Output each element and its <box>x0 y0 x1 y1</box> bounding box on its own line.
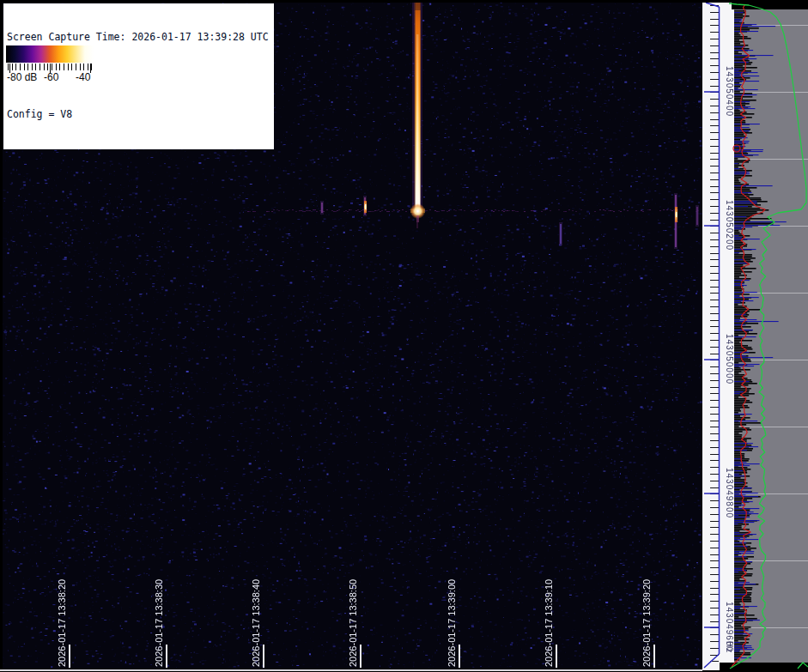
time-axis-label: 2026-01-17 13:39:20 <box>641 560 653 667</box>
time-axis-tick <box>459 645 460 668</box>
freq-axis-label: 143050000 <box>721 325 734 394</box>
time-axis-tick <box>653 645 655 668</box>
time-axis-label: 2026-01-17 13:38:30 <box>154 560 166 667</box>
time-axis-label: 2026-01-17 13:38:50 <box>348 560 360 667</box>
freq-axis-label: 143049800 <box>721 459 734 528</box>
frequency-axis-and-spectrum-display <box>702 3 808 670</box>
colorbar-labels: -80 dB -60 -40 <box>6 70 94 85</box>
time-axis-tick <box>360 645 361 668</box>
time-axis-label: 2026-01-17 13:39:10 <box>544 560 556 667</box>
bottom-border-line <box>0 669 702 671</box>
colorbar-gradient <box>6 45 94 63</box>
time-axis-label: 2026-01-17 13:39:00 <box>447 560 459 667</box>
colorbar: -80 dB -60 -40 <box>6 45 94 88</box>
time-axis-label: 2026-01-17 13:38:40 <box>251 560 263 667</box>
freq-axis-unit: Hz <box>721 641 734 662</box>
colorbar-label-min: -80 dB <box>7 71 37 83</box>
time-axis-tick <box>556 645 557 668</box>
freq-axis-label: 143050400 <box>721 58 734 126</box>
time-axis-tick <box>166 645 167 668</box>
time-axis-label: 2026-01-17 13:38:20 <box>57 560 69 667</box>
app-root: Screen Capture Time: 2026-01-17 13:39:28… <box>0 0 808 672</box>
config-text: Config = V8 <box>7 108 269 121</box>
capture-time-text: Screen Capture Time: 2026-01-17 13:39:28… <box>7 31 269 44</box>
time-axis-tick <box>69 645 70 668</box>
freq-axis-label: 143050200 <box>721 191 734 260</box>
time-axis-tick <box>263 645 264 668</box>
colorbar-tick-ruler <box>8 64 92 70</box>
colorbar-label-mid: -60 <box>44 71 58 83</box>
colorbar-label-max: -40 <box>76 71 90 83</box>
